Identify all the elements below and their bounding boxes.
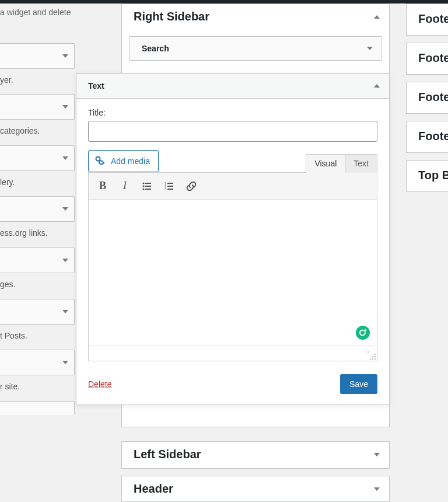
widget-desc: yer. [0,69,75,95]
svg-rect-6 [145,189,151,190]
chevron-down-icon [62,156,68,160]
available-widget[interactable] [0,43,75,69]
available-widgets-column: a widget and delete yer. categories. ler… [0,4,75,502]
zone-tile[interactable]: Top B [406,160,448,192]
widget-text-header[interactable]: Text [76,74,389,99]
bold-button[interactable]: B [92,176,113,196]
widget-desc: t Posts. [0,325,75,350]
editor-toolbar: B I 1 2 3 [89,173,377,200]
editor-tabs: Visual Text [306,154,377,172]
available-widget[interactable] [0,401,75,415]
widget-title: Text [88,81,104,90]
chevron-down-icon [374,453,380,456]
zone-left-sidebar: Left Sidebar [121,441,390,469]
title-input[interactable] [88,121,377,142]
svg-rect-2 [145,183,151,184]
save-button[interactable]: Save [340,374,377,394]
italic-button[interactable]: I [114,176,135,196]
link-button[interactable] [181,176,202,196]
widget-desc: categories. [0,120,75,145]
extra-zones-column: Foote Foote Foote Foote Top B [406,4,448,199]
chevron-down-icon [62,54,68,58]
widget-header[interactable]: Search [130,37,381,60]
available-widget[interactable] [0,145,75,171]
widget-desc: r site. [0,375,75,401]
add-media-button[interactable]: Add media [88,150,159,172]
zone-tile[interactable]: Foote [406,4,448,36]
resize-handle[interactable] [368,351,376,360]
zone-title: Foote [418,12,448,26]
numbered-list-icon: 1 2 3 [164,181,174,191]
widget-search: Search [130,36,382,61]
zone-header-area: Header [121,476,390,502]
svg-rect-8 [167,183,173,184]
available-widget[interactable] [0,247,75,273]
available-widget[interactable] [0,299,75,325]
widget-desc: ges. [0,273,75,299]
widgets-intro-text: a widget and delete [0,4,75,26]
zone-header[interactable]: Header [122,476,389,501]
available-widget[interactable] [0,94,75,120]
zone-title: Top B [418,169,448,182]
widget-desc: lery. [0,171,75,197]
chevron-down-icon [62,207,68,211]
tab-text[interactable]: Text [345,154,377,173]
chevron-up-icon [374,15,380,19]
tab-visual[interactable]: Visual [306,154,345,173]
zone-tile[interactable]: Foote [406,82,448,114]
chevron-down-icon [374,487,380,491]
available-widget[interactable] [0,196,75,222]
title-label: Title: [88,108,377,117]
chevron-down-icon [367,47,373,50]
chevron-down-icon [62,105,68,109]
chevron-down-icon [62,361,68,364]
widget-text-panel: Text Title: Add media Visual Text [76,73,390,405]
numbered-list-button[interactable]: 1 2 3 [159,176,180,196]
zone-title: Left Sidebar [134,448,201,461]
link-icon [186,180,197,192]
zone-header[interactable]: Left Sidebar [122,442,389,468]
zone-title: Header [134,482,173,496]
widget-desc: ess.org links. [0,222,75,247]
bullet-list-button[interactable] [136,176,158,196]
svg-point-0 [96,157,100,161]
zone-title: Foote [418,51,448,65]
delete-link[interactable]: Delete [88,379,111,389]
svg-text:3: 3 [164,187,166,191]
editor-content[interactable] [89,200,377,346]
svg-rect-10 [167,186,173,187]
chevron-down-icon [62,310,68,313]
chevron-down-icon [62,259,68,262]
svg-rect-12 [167,189,173,190]
chevron-up-icon [374,84,380,88]
available-widget[interactable] [0,350,75,375]
zone-title: Right Sidebar [134,10,209,23]
svg-point-5 [142,188,144,190]
zone-title: Foote [418,90,448,104]
media-icon [94,155,106,167]
widget-title: Search [142,44,169,53]
editor-statusbar [89,346,377,361]
svg-point-3 [142,185,144,187]
editor: B I 1 2 3 [88,172,377,361]
bullet-list-icon [142,181,152,191]
zone-tile[interactable]: Foote [406,121,448,153]
svg-point-1 [142,182,144,184]
zone-tile[interactable]: Foote [406,43,448,75]
add-media-label: Add media [111,156,150,166]
zone-header[interactable]: Right Sidebar [122,4,389,30]
zone-title: Foote [418,130,448,143]
svg-rect-4 [145,186,151,187]
grammarly-icon[interactable] [356,326,370,340]
